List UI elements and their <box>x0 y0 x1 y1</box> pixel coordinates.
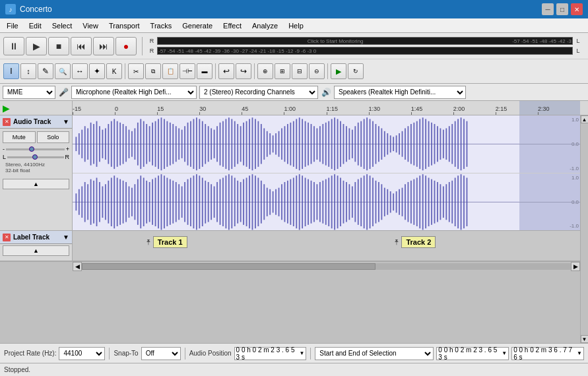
close-button[interactable]: ✕ <box>571 3 583 15</box>
svg-rect-263 <box>449 181 450 222</box>
audio-track-expand-button[interactable]: ▲ <box>3 179 69 189</box>
ruler-mark-6: 1:15 <box>327 106 339 115</box>
svg-rect-132 <box>461 117 462 170</box>
menubar-item-view[interactable]: View <box>77 20 104 31</box>
input-device-select[interactable]: Microphone (Realtek High Defi... <box>71 86 197 99</box>
selection-end-input[interactable]: 0 0 h 0 2 m 3 6 . 7 7 6 s ▼ <box>511 347 584 360</box>
svg-rect-170 <box>176 181 177 222</box>
menubar-item-transport[interactable]: Transport <box>104 20 145 31</box>
audio-track-close-button[interactable]: ✕ <box>3 118 11 126</box>
loop-tool[interactable]: ↻ <box>348 63 364 79</box>
minimize-button[interactable]: ─ <box>542 3 554 15</box>
svg-rect-142 <box>93 180 94 223</box>
audio-position-arrow[interactable]: ▼ <box>299 350 304 356</box>
label-track-menu-button[interactable]: ▼ <box>63 234 69 241</box>
vscroll-up-button[interactable]: ▲ <box>581 115 589 123</box>
undo-button[interactable]: ↩ <box>218 63 234 79</box>
svg-rect-151 <box>119 179 121 224</box>
menubar-item-select[interactable]: Select <box>47 20 78 31</box>
paste-button[interactable]: 📋 <box>162 63 178 79</box>
zoom-in-button[interactable]: 🔍 <box>55 63 71 79</box>
svg-rect-95 <box>352 130 353 158</box>
ruler-mark-11: 2:30 <box>538 106 550 115</box>
svg-rect-108 <box>390 135 391 152</box>
prev-button[interactable]: ⏮ <box>71 37 92 55</box>
trim-button[interactable]: ⊣⊢ <box>180 63 195 79</box>
copy-button[interactable]: ⧉ <box>145 63 161 79</box>
channels-select[interactable]: 2 (Stereo) Recording Channels <box>199 86 318 99</box>
audio-track-menu-button[interactable]: ▼ <box>63 118 69 125</box>
selection-start-arrow[interactable]: ▼ <box>502 350 507 356</box>
play-tool[interactable]: ▶ <box>331 63 346 79</box>
menubar-item-file[interactable]: File <box>1 20 24 31</box>
svg-rect-92 <box>343 124 344 164</box>
redo-button[interactable]: ↪ <box>236 63 251 79</box>
record-button[interactable]: ● <box>115 37 137 55</box>
svg-rect-123 <box>434 124 436 164</box>
draw-tool-button[interactable]: ✎ <box>38 63 53 79</box>
label-track1[interactable]: 🖈 Track 1 <box>144 236 187 248</box>
svg-rect-214 <box>305 177 306 226</box>
audio-track-row: ✕ Audio Track ▼ Mute Solo - <box>0 115 580 231</box>
menubar-item-help[interactable]: Help <box>283 20 309 31</box>
menubar-item-generate[interactable]: Generate <box>177 20 218 31</box>
label-track2[interactable]: 🖈 Track 2 <box>392 236 436 248</box>
vscroll-down-button[interactable]: ▼ <box>581 335 589 343</box>
selection-type-select[interactable]: Start and End of Selection <box>315 347 434 360</box>
svg-rect-128 <box>449 126 450 162</box>
audio-track-waveform[interactable]: 1.0 0.0 -1.0 <box>73 115 580 230</box>
svg-rect-138 <box>81 186 82 218</box>
record-level-meter[interactable]: Click to Start Monitoring -57 -54 -51 -4… <box>157 37 573 45</box>
selection-tool-button[interactable]: I <box>3 63 19 79</box>
hscroll-track[interactable] <box>82 263 571 270</box>
zoom-fit-button[interactable]: ⊞ <box>275 63 290 79</box>
cut-button[interactable]: ✂ <box>128 63 144 79</box>
project-rate-select[interactable]: 44100 <box>59 347 105 360</box>
zoom-out-button[interactable]: ⊖ <box>309 63 325 79</box>
maximize-button[interactable]: □ <box>556 3 568 15</box>
label-track-expand-button[interactable]: ▲ <box>3 245 69 256</box>
menubar-item-analyze[interactable]: Analyze <box>247 20 283 31</box>
svg-rect-1 <box>75 137 77 151</box>
stop-button[interactable]: ■ <box>48 37 69 55</box>
selection-end-arrow[interactable]: ▼ <box>577 350 582 356</box>
zoom-normal-button[interactable]: ⊕ <box>257 63 273 79</box>
silence-tool-button[interactable]: K <box>106 63 122 79</box>
host-select[interactable]: MME <box>3 86 55 99</box>
hscroll-right-button[interactable]: ▶ <box>571 262 580 271</box>
mute-button[interactable]: Mute <box>3 131 36 143</box>
play-button[interactable]: ▶ <box>26 37 47 55</box>
pan-slider[interactable] <box>7 156 63 158</box>
menubar-item-effect[interactable]: Effect <box>218 20 247 31</box>
next-button[interactable]: ⏭ <box>93 37 114 55</box>
app-title: Concerto <box>20 5 542 14</box>
audio-position-input[interactable]: 0 0 h 0 2 m 2 3 . 6 5 3 s ▼ <box>234 347 307 360</box>
svg-rect-251 <box>413 179 414 224</box>
label-track-close-button[interactable]: ✕ <box>3 234 11 241</box>
svg-rect-162 <box>152 179 153 224</box>
envelope-tool-button[interactable]: ↕ <box>20 63 36 79</box>
svg-rect-267 <box>461 174 462 230</box>
silence-button[interactable]: ▬ <box>197 63 212 79</box>
selection-start-input[interactable]: 0 0 h 0 2 m 2 3 . 6 5 3 s ▼ <box>436 347 509 360</box>
hscroll-left-button[interactable]: ◀ <box>73 262 82 271</box>
hscroll-thumb[interactable] <box>82 263 376 270</box>
output-device-select[interactable]: Speakers (Realtek High Definiti... <box>334 86 466 99</box>
svg-rect-31 <box>164 119 165 169</box>
multi-tool-button[interactable]: ✦ <box>89 63 105 79</box>
timeshift-tool-button[interactable]: ↔ <box>72 63 88 79</box>
svg-rect-25 <box>146 124 147 164</box>
solo-button[interactable]: Solo <box>37 131 70 143</box>
zoom-sel-button[interactable]: ⊟ <box>292 63 308 79</box>
speaker-icon: 🔊 <box>321 87 331 98</box>
snap-to-select[interactable]: Off <box>141 347 181 360</box>
playback-level-meter[interactable]: -57 -54 -51 -48 -45 -42 -39 -36 -30 -27 … <box>157 47 573 55</box>
gain-slider[interactable] <box>6 148 65 150</box>
svg-rect-268 <box>463 175 465 228</box>
svg-rect-116 <box>413 123 414 166</box>
pause-button[interactable]: ⏸ <box>3 37 24 55</box>
menubar-item-edit[interactable]: Edit <box>24 20 47 31</box>
record-l-label: L <box>573 38 583 44</box>
svg-rect-133 <box>463 119 465 169</box>
menubar-item-tracks[interactable]: Tracks <box>145 20 178 31</box>
